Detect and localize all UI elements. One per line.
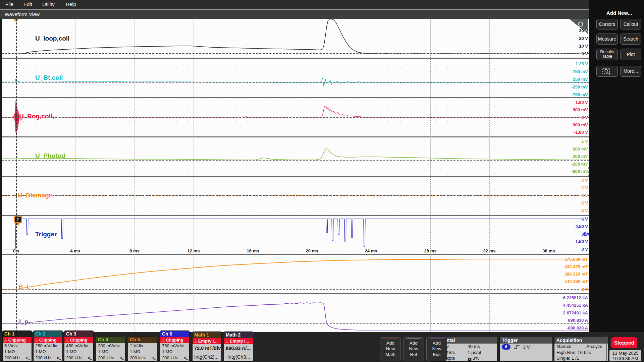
slice-separator [2, 136, 589, 137]
grid-vertical-line [549, 19, 549, 332]
zoom-select-button[interactable] [596, 66, 618, 77]
axis-label: 2.672491 kA [563, 310, 588, 315]
channel-label-c6[interactable]: Trigger [35, 231, 57, 238]
menu-item-edit[interactable]: Edit [23, 1, 32, 7]
zero-reference-line [2, 323, 589, 324]
slice-separator [2, 97, 589, 98]
tab-waveform-view[interactable]: Waveform View [5, 11, 40, 17]
time-axis-label: 12 ms [187, 248, 200, 253]
axis-label: 250 mV [573, 77, 588, 82]
axis-label: 2 V [581, 185, 588, 190]
menu-item-file[interactable]: File [5, 1, 13, 7]
axis-label: 0 T [582, 287, 588, 292]
channel-settings-row: 1 MΩ [34, 349, 62, 355]
time-axis-label: 24 ms [365, 248, 377, 253]
clipping-warning: ⚠Clipping [160, 337, 189, 343]
acquisition-panel[interactable]: Acquisition Manual,Analyze High Res: 16 … [554, 337, 608, 361]
run-state-badge[interactable]: Stopped [611, 337, 637, 348]
axis-label: -4 V [580, 208, 588, 213]
acquisition-analyze: Analyze [586, 344, 602, 350]
time-axis-label: 0 s [13, 248, 19, 253]
channel-settings-badge-ch2[interactable]: Ch 2⚠Clipping250 mV/div1 MΩ200 kHzBw [34, 331, 62, 361]
channel-settings-row: 200 kHzBw [160, 355, 189, 361]
channel-settings-badge-math2[interactable]: Math 2⚠Empty i...890.83 A/...-Intg(Ch3..… [224, 332, 253, 361]
axis-label: 576.639 mT [565, 257, 588, 262]
channel-label-c5[interactable]: U_Diamagn [18, 192, 53, 199]
zero-reference-line [2, 195, 589, 196]
axis-label: 0 V [581, 247, 588, 252]
sample-interval: 1 µs/pt [468, 350, 481, 356]
axis-label: 6.235812 kA [563, 295, 588, 300]
menu-item-utility[interactable]: Utility [42, 1, 55, 7]
bandwidth-limit-icon: Bw [120, 355, 124, 361]
axis-label: -2 V [580, 200, 588, 205]
channel-settings-header: Ch 5 [128, 337, 157, 343]
warning-icon: ⚠ [161, 338, 165, 342]
add-new-title: Add New... [596, 10, 642, 16]
sidebar-button-results-table[interactable]: Results Table [596, 49, 618, 60]
add-new-math-button[interactable]: AddNewMath [380, 337, 401, 361]
channel-settings-row: 200 kHzBw [96, 355, 125, 361]
sidebar-button-measure[interactable]: Measure [596, 34, 618, 45]
more-button[interactable]: More... [620, 66, 641, 77]
acquisition-panel-title: Acquisition [554, 337, 608, 344]
add-new-bus-button[interactable]: AddNewBus [426, 337, 447, 361]
acquisition-mode: Manual, [556, 344, 573, 349]
add-new-ref-button[interactable]: AddNewRef [403, 337, 424, 361]
bandwidth-limit-icon: Bw [57, 355, 61, 361]
axis-label: 3 V [581, 232, 588, 237]
menu-bar: FileEditUtilityHelp [0, 0, 589, 9]
slice-separator [2, 58, 589, 59]
axis-label: 750 mV [573, 69, 588, 74]
axis-label: 10 V [579, 44, 588, 49]
axis-label: 1.50 V [575, 239, 588, 244]
waveform-graticule [2, 19, 589, 332]
tab-bar: Waveform View T [0, 9, 589, 19]
axis-label: 144.160 mT [565, 279, 588, 284]
menu-item-help[interactable]: Help [66, 1, 76, 7]
time-axis-label: 8 ms [129, 248, 140, 253]
warning-icon: ⚠ [4, 338, 7, 342]
channel-settings-row: 1 MΩ [3, 349, 32, 355]
datetime-badge[interactable]: 13 May 2025 10:36:36 AM [609, 350, 641, 361]
channel-settings-row: 1 MΩ [128, 349, 157, 355]
axis-label: 0 V [581, 51, 588, 56]
channel-settings-badge-ch3[interactable]: Ch 3⚠Clipping450 mV/div1 MΩ200 kHzBw [64, 331, 93, 361]
slice-separator [2, 293, 589, 294]
trigger-panel[interactable]: Trigger 6 3 V [500, 337, 552, 361]
acquisition-count: Single: 1 /1 [554, 355, 608, 361]
axis-label: -890.830 A [567, 325, 588, 330]
trigger-time-line [16, 19, 17, 332]
channel-settings-row: 1 V/div [128, 343, 157, 349]
sidebar-button-plot[interactable]: Plot [620, 49, 641, 60]
slice-separator [2, 254, 589, 255]
channel-settings-badge-ch6[interactable]: Ch 6⚠Clipping750 mV/div1 MΩ200 kHzBw [160, 331, 189, 361]
channel-label-m1[interactable]: B_t [18, 283, 29, 291]
channel-settings-row: Intg(Ch2)... [193, 353, 221, 361]
channel-label-m2[interactable]: I_p [19, 318, 28, 325]
sidebar-button-callout[interactable]: Callout [620, 19, 641, 29]
channel-label-c3[interactable]: U_Rog,coil [19, 113, 52, 120]
sidebar-button-cursors[interactable]: Cursors [596, 19, 618, 29]
channel-settings-row: -Intg(Ch3... [224, 353, 253, 361]
grid-vertical-line [194, 19, 194, 332]
date-value: 13 May 2025 [609, 351, 641, 356]
channel-settings-badge-ch5[interactable]: Ch 51 V/div1 MΩ200 kHzBw [128, 337, 157, 361]
axis-label: -250 mV [571, 84, 588, 89]
channel-settings-row: 200 kHzBw [34, 355, 62, 361]
zero-reference-line [2, 160, 589, 161]
button-accent-line [430, 339, 444, 339]
channel-label-c4[interactable]: U_Photod [35, 152, 65, 160]
channel-label-c1[interactable]: U_loop,coil [35, 35, 69, 42]
channel-label-c2[interactable]: U_Bt,coil [35, 74, 63, 81]
warning-icon: ⚠ [225, 339, 229, 343]
clipping-warning: ⚠Clipping [34, 337, 62, 343]
trigger-time-marker[interactable]: T [14, 216, 22, 223]
sidebar-button-search[interactable]: Search [620, 34, 641, 45]
button-accent-line [407, 339, 421, 339]
sidebar-group-border [594, 9, 594, 63]
channel-settings-badge-math1[interactable]: Math 1⚠Empty i...72.0 mT/divIntg(Ch2)... [193, 332, 221, 361]
channel-settings-badge-ch4[interactable]: Ch 4200 mV/div1 MΩ200 kHzBw [96, 337, 125, 361]
channel-settings-badge-ch1[interactable]: Ch 1⚠Clipping5 V/div1 MΩ200 kHzBw [3, 331, 32, 361]
channel-settings-row: 1 MΩ [96, 349, 125, 355]
